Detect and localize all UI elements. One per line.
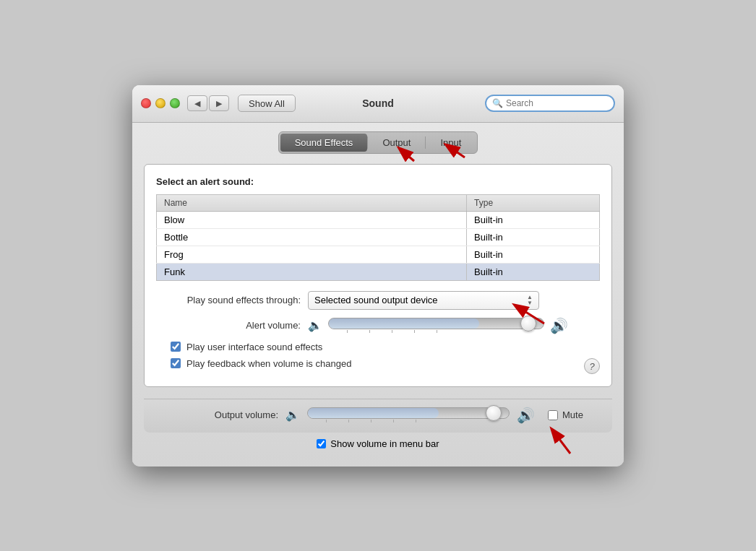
tab-output[interactable]: Output <box>368 134 425 152</box>
checkbox-ui-effects-label: Play user interface sound effects <box>186 342 322 352</box>
nav-buttons: ◀ ▶ <box>187 95 229 111</box>
maximize-button[interactable] <box>170 98 180 108</box>
checkbox-feedback-label: Play feedback when volume is changed <box>186 358 351 369</box>
checkbox-ui-effects-row: Play user interface sound effects <box>156 342 600 352</box>
play-through-row: Play sound effects through: Selected sou… <box>156 291 600 310</box>
show-menu-bar-checkbox[interactable] <box>317 438 326 449</box>
tick <box>414 330 415 333</box>
output-volume-low-icon: 🔈 <box>285 408 300 422</box>
sound-type: Built-in <box>467 263 600 280</box>
tick <box>371 420 371 422</box>
sound-name: Blow <box>157 211 467 228</box>
checkbox-feedback[interactable] <box>171 358 181 368</box>
alert-volume-slider-container: 🔈 🔊 <box>308 317 568 334</box>
titlebar: ◀ ▶ Show All Sound 🔍 <box>132 85 624 123</box>
output-slider-ticks <box>307 420 510 422</box>
show-menu-bar-row: Show volume in menu bar <box>144 433 612 455</box>
tick <box>326 420 327 422</box>
slider-thumb[interactable] <box>520 316 536 331</box>
close-button[interactable] <box>141 98 151 108</box>
tick <box>392 330 392 333</box>
output-slider-fill <box>308 408 439 418</box>
slider-ticks <box>328 330 544 333</box>
search-icon: 🔍 <box>492 98 503 108</box>
slider-fill <box>329 318 479 329</box>
tick <box>348 420 349 422</box>
back-button[interactable]: ◀ <box>187 95 207 111</box>
alert-volume-row: Alert volume: 🔈 <box>156 317 600 334</box>
minimize-button[interactable] <box>155 98 166 108</box>
tick <box>416 420 416 422</box>
checkbox-feedback-row: Play feedback when volume is changed <box>156 358 584 369</box>
help-button[interactable]: ? <box>584 358 600 374</box>
output-volume-high-icon: 🔊 <box>517 407 535 424</box>
show-menu-bar-label: Show volume in menu bar <box>330 438 439 449</box>
mute-checkbox[interactable] <box>548 410 558 420</box>
tick <box>347 330 348 333</box>
play-through-label: Play sound effects through: <box>156 295 301 305</box>
forward-button[interactable]: ▶ <box>209 95 229 111</box>
window-title: Sound <box>362 97 394 109</box>
mute-section: Mute <box>548 409 583 420</box>
content-area: Sound Effects Output Input <box>132 123 624 467</box>
sound-name: Frog <box>157 246 467 263</box>
tab-bar: Sound Effects Output Input <box>278 131 478 154</box>
tick <box>393 420 394 422</box>
output-slider-thumb[interactable] <box>486 405 502 421</box>
alert-volume-track[interactable] <box>328 318 544 329</box>
show-all-button[interactable]: Show All <box>238 95 296 112</box>
sound-name: Bottle <box>157 228 467 246</box>
tabs-container: Sound Effects Output Input <box>144 131 612 154</box>
sound-type: Built-in <box>467 211 600 228</box>
table-row[interactable]: Frog Built-in <box>157 246 600 263</box>
feedback-row: Play feedback when volume is changed ? <box>156 358 600 375</box>
mute-label: Mute <box>562 409 583 420</box>
output-volume-label: Output volume: <box>155 409 278 420</box>
tab-sound-effects[interactable]: Sound Effects <box>280 134 368 152</box>
slider-wrapper <box>328 318 544 333</box>
select-alert-title: Select an alert sound: <box>156 176 600 187</box>
tab-input[interactable]: Input <box>426 134 476 152</box>
sounds-table: Name Type Blow Built-in Bottle Built-in … <box>156 194 600 281</box>
table-row[interactable]: Bottle Built-in <box>157 228 600 246</box>
traffic-lights <box>141 98 180 108</box>
output-volume-track[interactable] <box>307 407 510 419</box>
tick <box>369 330 370 333</box>
play-through-select[interactable]: Selected sound output device ▲▼ <box>308 291 539 310</box>
search-input[interactable] <box>506 98 608 108</box>
volume-high-icon: 🔊 <box>550 317 568 334</box>
play-through-value: Selected sound output device <box>314 295 438 305</box>
sound-name: Funk <box>157 263 467 280</box>
sound-type: Built-in <box>467 228 600 246</box>
alert-volume-label: Alert volume: <box>156 320 301 331</box>
volume-low-icon: 🔈 <box>308 318 322 332</box>
col-header-name: Name <box>157 194 467 211</box>
checkbox-ui-effects[interactable] <box>171 342 181 352</box>
table-row[interactable]: Funk Built-in <box>157 263 600 280</box>
main-window: ◀ ▶ Show All Sound 🔍 Sound Effects Outpu… <box>132 85 624 467</box>
sound-effects-panel: Select an alert sound: Name Type Blow Bu… <box>144 164 612 387</box>
sound-type: Built-in <box>467 246 600 263</box>
output-volume-panel: Output volume: 🔈 🔊 Mute <box>144 399 612 433</box>
search-box: 🔍 <box>485 95 615 112</box>
col-header-type: Type <box>467 194 600 211</box>
select-arrows-icon: ▲▼ <box>527 295 533 306</box>
table-row[interactable]: Blow Built-in <box>157 211 600 228</box>
output-slider-wrapper <box>307 407 510 422</box>
tick <box>437 330 437 333</box>
